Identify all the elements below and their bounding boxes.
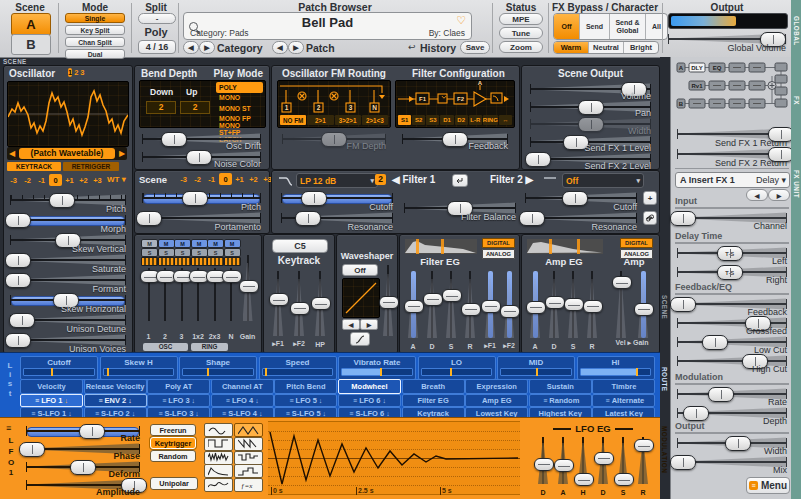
- slider-rate[interactable]: Rate: [24, 422, 142, 440]
- option-l-r[interactable]: L-R: [469, 115, 482, 125]
- menu-icon[interactable]: ≡: [353, 397, 357, 404]
- slider-feedback[interactable]: Feedback: [675, 295, 789, 314]
- arm-arrow-icon[interactable]: ↓: [68, 410, 72, 417]
- route-target-cutoff[interactable]: Cutoff: [20, 356, 98, 380]
- route-target-speed[interactable]: Speed: [259, 356, 337, 380]
- slider-skew-vertical[interactable]: Skew Vertical: [8, 231, 128, 251]
- slider-handle[interactable]: [290, 302, 310, 315]
- next-patch-button[interactable]: ▶: [288, 41, 304, 54]
- slider-fm-depth[interactable]: FM Depth: [280, 130, 388, 148]
- slider-handle[interactable]: [79, 424, 105, 439]
- slider-handle[interactable]: [182, 191, 208, 206]
- slider-s[interactable]: S: [614, 435, 632, 495]
- option-s2[interactable]: S2: [412, 115, 425, 125]
- wavetable-display[interactable]: [7, 81, 129, 147]
- lfo-shape-noise[interactable]: [204, 451, 233, 465]
- option-2-1[interactable]: 2>1: [307, 115, 333, 125]
- slider-handle[interactable]: [161, 132, 187, 147]
- slider-handle[interactable]: [612, 276, 632, 289]
- arm-arrow-icon[interactable]: ↓: [386, 410, 390, 417]
- option-2[interactable]: +2: [247, 173, 260, 185]
- target-value-bar[interactable]: [262, 368, 334, 376]
- option-single[interactable]: Single: [65, 13, 125, 23]
- option-analog[interactable]: ANALOG: [620, 249, 653, 259]
- slider-pitch[interactable]: Pitch: [140, 189, 263, 209]
- slider-send-fx-2-return[interactable]: Send FX 2 Return: [675, 145, 789, 165]
- option-0[interactable]: 0: [49, 174, 62, 186]
- menu-icon[interactable]: ≡: [349, 410, 353, 417]
- filter-copy-icon[interactable]: [452, 174, 468, 187]
- option-off[interactable]: Off: [554, 14, 579, 39]
- rail-tab-global[interactable]: GLOBAL: [793, 16, 800, 46]
- slider-3[interactable]: [173, 266, 191, 332]
- slider-handle[interactable]: [554, 459, 574, 472]
- slider-width[interactable]: Width: [528, 115, 653, 133]
- mute-button[interactable]: M: [174, 239, 191, 248]
- slider-1x2[interactable]: [189, 266, 207, 332]
- keytrack-root-value[interactable]: C5: [272, 239, 328, 253]
- option-chan-split[interactable]: Chan Split: [65, 37, 125, 47]
- slider-f2[interactable]: ▸F2: [500, 269, 518, 349]
- filter2-extend-button[interactable]: +: [643, 191, 657, 205]
- route-source-expression[interactable]: Expression: [465, 379, 528, 394]
- option-neutral[interactable]: Neutral: [588, 42, 623, 53]
- slider-handle[interactable]: [5, 213, 31, 228]
- slider-handle[interactable]: [70, 460, 96, 475]
- prev-waveshaper-button[interactable]: ◀: [342, 319, 360, 330]
- slider-amplitude[interactable]: Amplitude: [24, 476, 142, 494]
- slider-d[interactable]: D: [423, 269, 441, 349]
- arm-arrow-icon[interactable]: ↓: [195, 410, 199, 417]
- solo-button[interactable]: S: [141, 248, 158, 257]
- option-digital[interactable]: DIGITAL: [482, 238, 515, 248]
- menu-icon[interactable]: ≡: [162, 397, 166, 404]
- insert-fx-type-dropdown[interactable]: Delay ▾: [756, 175, 786, 185]
- slider-gain[interactable]: [239, 253, 257, 332]
- slider-handle[interactable]: [578, 100, 604, 115]
- fm-routing-display[interactable]: 123N NO FM2>13>2>12>1<3: [277, 80, 391, 128]
- slider-send-fx-1-return[interactable]: Send FX 1 Return: [675, 125, 789, 145]
- slider-handle[interactable]: [295, 211, 321, 226]
- option-3-2-1[interactable]: 3>2>1: [335, 115, 361, 125]
- lfo-menu-icon[interactable]: ≡: [6, 423, 11, 433]
- slider-handle[interactable]: [583, 300, 603, 313]
- slider-handle[interactable]: [574, 473, 594, 486]
- patch-display[interactable]: Bell Pad ♡ Category: Pads By: Claes: [183, 12, 472, 40]
- slider-handle[interactable]: [564, 298, 584, 311]
- slider-resonance[interactable]: Resonance: [279, 209, 395, 229]
- menu-icon[interactable]: ≡: [289, 397, 293, 404]
- lfo-shape-mseg[interactable]: [204, 478, 233, 492]
- slider-a[interactable]: A: [526, 269, 544, 349]
- osc-type-dropdown[interactable]: WT ▾: [107, 175, 126, 184]
- target-value-bar[interactable]: [182, 368, 254, 376]
- slider-handle[interactable]: [500, 305, 520, 318]
- slider-handle[interactable]: [702, 335, 728, 350]
- option-1[interactable]: -1: [35, 174, 48, 186]
- lfo-shape-envelope[interactable]: [204, 464, 233, 478]
- slider-unison-detune[interactable]: Unison Detune: [8, 311, 128, 331]
- option-2-1-3[interactable]: 2>1<3: [362, 115, 388, 125]
- slider-cutoff[interactable]: Cutoff: [523, 189, 639, 209]
- modulator-lfo-4[interactable]: ≡LFO 4↓: [211, 394, 274, 407]
- prev-patch-button[interactable]: ◀: [272, 41, 288, 54]
- slider-f2[interactable]: ▸F2: [290, 269, 308, 347]
- option-2[interactable]: -2: [191, 173, 204, 185]
- route-source-pitch-bend[interactable]: Pitch Bend: [274, 379, 337, 394]
- menu-icon[interactable]: ≡: [31, 410, 35, 417]
- arm-arrow-icon[interactable]: ↓: [259, 410, 263, 417]
- slider-handle[interactable]: [594, 452, 614, 465]
- slider-d[interactable]: D: [545, 269, 563, 349]
- slider-handle[interactable]: [534, 458, 554, 471]
- option-ring[interactable]: RING: [483, 115, 498, 125]
- slider-channel[interactable]: Channel: [675, 209, 789, 228]
- slider-high-cut[interactable]: High Cut: [675, 352, 789, 371]
- prev-wavetable-icon[interactable]: ◀: [7, 149, 17, 158]
- slider-filter-balance[interactable]: Filter Balance: [402, 199, 518, 219]
- option-zoom[interactable]: Zoom: [499, 41, 543, 53]
- slider-cutoff[interactable]: Cutoff: [279, 189, 395, 209]
- split-value-button[interactable]: -: [138, 13, 176, 24]
- bend-down-value[interactable]: 2: [146, 101, 176, 114]
- option-1[interactable]: +1: [63, 174, 76, 186]
- mute-button[interactable]: M: [207, 239, 224, 248]
- slider-d[interactable]: D: [594, 435, 612, 495]
- menu-icon[interactable]: ≡: [606, 397, 610, 404]
